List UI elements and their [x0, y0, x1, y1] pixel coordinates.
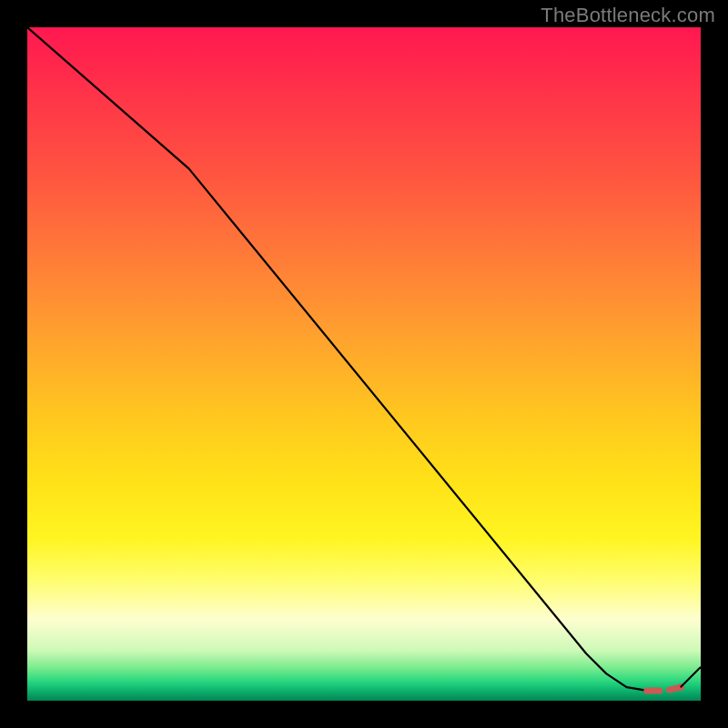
chart-line-overlay: [27, 27, 701, 701]
bottleneck-curve-dashed: [647, 687, 681, 691]
watermark-text: TheBottleneck.com: [541, 4, 715, 27]
bottleneck-curve-tail: [681, 667, 701, 687]
bottleneck-curve-solid: [27, 27, 647, 691]
chart-frame: TheBottleneck.com: [0, 0, 728, 728]
